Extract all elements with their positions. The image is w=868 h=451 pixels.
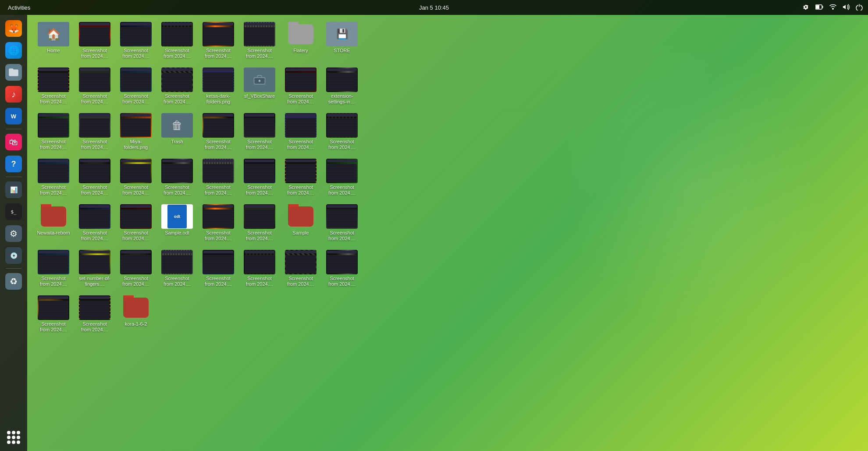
dock-firefox[interactable]: 🦊 — [4, 18, 24, 39]
desktop-icon-grid: 🏠 Home Screenshot from 2024.... Screensh… — [32, 18, 863, 339]
desktop-icon-ss35[interactable]: Screenshot from 2024.... — [240, 248, 279, 292]
apps-grid-icon — [7, 431, 20, 444]
desktop-icon-set-number[interactable]: set-number-of-fingers.... — [75, 248, 114, 292]
desktop-icon-miya[interactable]: Miya-folders.png — [117, 111, 155, 155]
desktop-icon-ss25[interactable]: Screenshot from 2024.... — [323, 157, 361, 201]
desktop-icon-ss14[interactable]: Screenshot from 2024.... — [199, 111, 238, 155]
topbar: Activities Jan 5 10:45 — [0, 0, 868, 15]
desktop-icon-ss11[interactable]: Screenshot from 2024.... — [34, 111, 73, 155]
desktop-icon-ss20[interactable]: Screenshot from 2024.... — [117, 157, 155, 201]
desktop-icon-ss27[interactable]: Screenshot from 2024.... — [117, 202, 155, 246]
dock: 🦊 🌐 ♪ W 🛍 ? 📊 $_ ⚙ 💿 ♻ — [0, 15, 27, 451]
desktop-icon-ss37[interactable]: Screenshot from 2024.... — [323, 248, 361, 292]
desktop-icon-ss32[interactable]: Screenshot from 2024.... — [117, 248, 155, 292]
desktop-icon-ss9[interactable]: Screenshot from 2024.... — [158, 66, 196, 110]
svg-rect-1 — [816, 5, 819, 9]
svg-point-3 — [832, 8, 834, 10]
dock-files[interactable] — [4, 62, 24, 82]
desktop-icon-ketsa[interactable]: ketsa-dark-folders.png — [199, 66, 238, 110]
desktop-icon-home[interactable]: 🏠 Home — [34, 20, 73, 64]
desktop-icon-ss5[interactable]: Screenshot from 2024.... — [240, 20, 279, 64]
desktop-icon-ss10[interactable]: Screenshot from 2024.... — [281, 66, 320, 110]
desktop-icon-ss23[interactable]: Screenshot from 2024.... — [240, 157, 279, 201]
dock-terminal[interactable]: $_ — [4, 202, 24, 222]
desktop-icon-ss34[interactable]: Screenshot from 2024.... — [199, 248, 238, 292]
desktop-icon-ss36[interactable]: Screenshot from 2024.... — [281, 248, 320, 292]
desktop-icon-ss3[interactable]: Screenshot from 2024.... — [158, 20, 196, 64]
desktop-icon-ss21[interactable]: Screenshot from 2024.... — [158, 157, 196, 201]
desktop-icon-ss1[interactable]: Screenshot from 2024.... — [75, 20, 114, 64]
desktop-icon-ss31[interactable]: Screenshot from 2024.... — [34, 248, 73, 292]
desktop-icon-ss24[interactable]: Screenshot from 2024.... — [281, 157, 320, 201]
desktop-icon-vboxshare[interactable]: sf_VBoxShare — [240, 66, 279, 110]
desktop-icon-sample-folder[interactable]: Sample — [281, 202, 320, 246]
power-icon[interactable] — [856, 4, 863, 12]
dock-help[interactable]: ? — [4, 154, 24, 174]
desktop-icon-ss2[interactable]: Screenshot from 2024.... — [117, 20, 155, 64]
desktop-icon-sample-odt[interactable]: odt Sample.odt — [158, 202, 196, 246]
desktop-icon-newaita[interactable]: Newaita-reborn — [34, 202, 73, 246]
desktop-icon-ss19[interactable]: Screenshot from 2024.... — [75, 157, 114, 201]
desktop-icon-ss7[interactable]: Screenshot from 2024.... — [75, 66, 114, 110]
desktop-icon-ss39[interactable]: Screenshot from 2024.... — [75, 294, 114, 337]
network-icon[interactable] — [829, 4, 836, 12]
dock-settings[interactable]: ⚙ — [4, 224, 24, 244]
desktop-icon-kora[interactable]: kora-1-6-2 — [117, 294, 155, 337]
desktop-icon-ss6[interactable]: Screenshot from 2024.... — [34, 66, 73, 110]
dock-monitor[interactable]: 📊 — [4, 180, 24, 200]
desktop-icon-trash[interactable]: 🗑 Trash — [158, 111, 196, 155]
dock-separator-2 — [6, 177, 21, 177]
dock-separator-3 — [6, 268, 21, 269]
desktop-icon-ss16[interactable]: Screenshot from 2024.... — [281, 111, 320, 155]
battery-icon[interactable] — [815, 4, 823, 11]
desktop-icon-flatery[interactable]: Flatery — [281, 20, 320, 64]
dock-epiphany[interactable]: 🌐 — [4, 40, 24, 60]
desktop-icon-ss22[interactable]: Screenshot from 2024.... — [199, 157, 238, 201]
desktop-icon-ss38[interactable]: Screenshot from 2024.... — [34, 294, 73, 337]
desktop-icon-ss28[interactable]: Screenshot from 2024.... — [199, 202, 238, 246]
desktop-icon-ss26[interactable]: Screenshot from 2024.... — [75, 202, 114, 246]
desktop-icon-ss8[interactable]: Screenshot from 2024.... — [117, 66, 155, 110]
dock-software[interactable]: 🛍 — [4, 132, 24, 152]
desktop-icon-ss17[interactable]: Screenshot from 2024.... — [323, 111, 361, 155]
dock-separator-1 — [6, 129, 21, 129]
desktop-icon-ss30[interactable]: Screenshot from 2024.... — [323, 202, 361, 246]
show-applications-button[interactable] — [4, 427, 24, 447]
dock-multiwriter[interactable]: 💿 — [4, 245, 24, 266]
topbar-right — [802, 4, 863, 12]
desktop-icon-ss4[interactable]: Screenshot from 2024.... — [199, 20, 238, 64]
desktop-icon-ext-settings[interactable]: extension-settings-in.... — [323, 66, 361, 110]
dock-writer[interactable]: W — [4, 106, 24, 126]
desktop-icon-store[interactable]: 💾 STORE — [323, 20, 361, 64]
desktop-icon-ss33[interactable]: Screenshot from 2024.... — [158, 248, 196, 292]
activities-button[interactable]: Activities — [5, 4, 33, 12]
volume-icon[interactable] — [843, 4, 850, 12]
desktop: 🏠 Home Screenshot from 2024.... Screensh… — [27, 15, 868, 451]
dock-recycle[interactable]: ♻ — [4, 271, 24, 291]
desktop-icon-ss15[interactable]: Screenshot from 2024.... — [240, 111, 279, 155]
desktop-icon-ss12[interactable]: Screenshot from 2024.... — [75, 111, 114, 155]
svg-rect-2 — [822, 6, 823, 8]
desktop-icon-ss18[interactable]: Screenshot from 2024.... — [34, 157, 73, 201]
topbar-left: Activities — [5, 4, 33, 12]
topbar-datetime: Jan 5 10:45 — [419, 4, 449, 11]
dock-rhythmbox[interactable]: ♪ — [4, 84, 24, 104]
desktop-icon-ss29[interactable]: Screenshot from 2024.... — [240, 202, 279, 246]
settings-icon[interactable] — [802, 4, 809, 12]
